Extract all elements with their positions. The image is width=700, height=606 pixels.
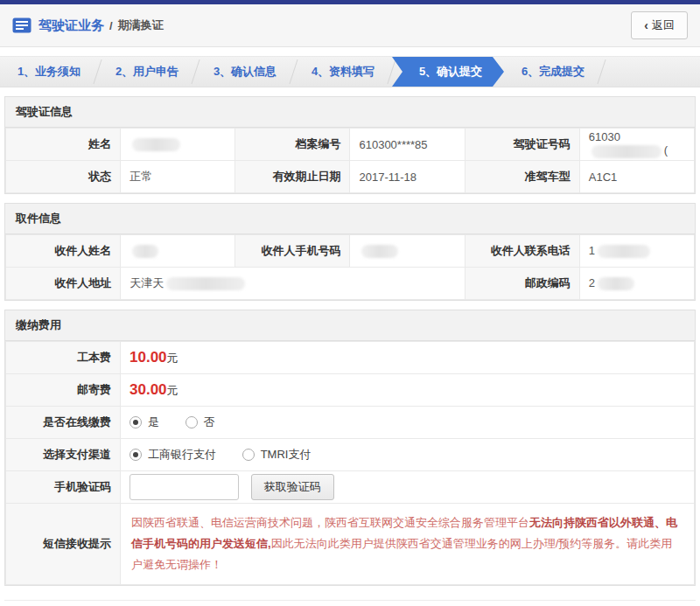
recipient-tel-label: 收件人联系电话 <box>465 235 579 268</box>
back-button-label: 返回 <box>652 17 675 33</box>
payment-fee-table: 工本费 10.00元 邮寄费 30.00元 是否在线缴费 是 <box>5 341 695 585</box>
table-row: 短信接收提示 因陕西省联通、电信运营商技术问题，陕西省互联网交通安全综合服务管理… <box>6 504 695 585</box>
breadcrumb-divider: / <box>109 19 113 32</box>
wizard-steps: 1、业务须知 2、用户申告 3、确认信息 4、资料填写 5、确认提交 6、完成提… <box>0 56 700 87</box>
table-row: 姓名 档案编号 610300****85 驾驶证号码 61030( <box>6 129 695 161</box>
chevron-left-icon: ‹ <box>644 19 648 31</box>
pickup-info-table: 收件人姓名 收件人手机号码 收件人联系电话 1 收件人地址 天津天 邮政编码 2 <box>5 234 695 300</box>
online-pay-no-label: 否 <box>204 414 215 430</box>
redacted-value <box>166 277 245 290</box>
file-number-value: 610300****85 <box>350 129 465 161</box>
payment-fee-section: 缴纳费用 工本费 10.00元 邮寄费 30.00元 是否在线缴费 是 <box>4 310 696 586</box>
postage-fee-label: 邮寄费 <box>6 374 121 407</box>
get-sms-code-button[interactable]: 获取验证码 <box>251 474 334 500</box>
currency-unit: 元 <box>167 352 178 365</box>
step-5-confirm-submit-active: 5、确认提交 <box>392 57 504 87</box>
file-number-label: 档案编号 <box>235 129 350 161</box>
payment-section-title: 缴纳费用 <box>5 310 695 341</box>
pay-channel-label: 选择支付渠道 <box>6 439 121 471</box>
radio-selected-icon[interactable] <box>130 416 142 428</box>
postage-fee-amount: 30.00 <box>130 381 167 398</box>
postage-fee-value: 30.00元 <box>121 374 695 407</box>
recipient-name-value <box>121 235 235 268</box>
expiry-value: 2017-11-18 <box>350 161 465 193</box>
channel-tmri-option[interactable]: TMRI支付 <box>242 447 312 463</box>
redacted-value <box>361 245 398 258</box>
redacted-value <box>598 245 650 258</box>
currency-unit: 元 <box>167 384 178 397</box>
table-row: 状态 正常 有效期止日期 2017-11-18 准驾车型 A1C1 <box>6 161 695 193</box>
channel-icbc-label: 工商银行支付 <box>148 447 216 463</box>
sms-notice-label: 短信接收提示 <box>6 504 121 585</box>
main-content: 驾驶证信息 姓名 档案编号 610300****85 驾驶证号码 61030( … <box>0 87 700 606</box>
recipient-tel-value: 1 <box>579 235 694 268</box>
redacted-value <box>132 245 158 258</box>
table-row: 收件人姓名 收件人手机号码 收件人联系电话 1 <box>6 235 695 268</box>
redacted-value <box>598 277 634 290</box>
license-number-label: 驾驶证号码 <box>465 129 579 161</box>
table-row: 手机验证码 获取验证码 <box>6 471 695 504</box>
online-pay-yes-label: 是 <box>148 414 159 430</box>
online-pay-options: 是 否 <box>121 407 695 439</box>
sms-code-input[interactable] <box>130 474 239 500</box>
pay-channel-options: 工商银行支付 TMRI支付 <box>121 439 695 471</box>
redacted-value <box>132 138 180 151</box>
status-label: 状态 <box>6 161 121 193</box>
license-section-title: 驾驶证信息 <box>5 97 695 128</box>
step-3-confirm-info: 3、确认信息 <box>196 57 294 87</box>
license-business-icon <box>12 17 32 33</box>
step-1-business-notice: 1、业务须知 <box>0 57 98 87</box>
breadcrumb-current: 期满换证 <box>118 17 164 33</box>
postal-code-value: 2 <box>579 268 694 300</box>
name-value <box>121 129 235 161</box>
table-row: 工本费 10.00元 <box>6 342 695 374</box>
table-row: 选择支付渠道 工商银行支付 TMRI支付 <box>6 439 695 471</box>
footer-actions: 上一步 完成 <box>4 600 696 606</box>
sms-code-label: 手机验证码 <box>6 471 121 504</box>
pickup-info-section: 取件信息 收件人姓名 收件人手机号码 收件人联系电话 1 收件人地址 天津天 邮… <box>4 203 696 301</box>
production-fee-value: 10.00元 <box>121 342 695 374</box>
radio-unselected-icon[interactable] <box>242 449 255 461</box>
channel-icbc-option[interactable]: 工商银行支付 <box>130 447 216 463</box>
step-filler <box>602 57 700 87</box>
step-4-fill-materials: 4、资料填写 <box>294 57 392 87</box>
license-info-section: 驾驶证信息 姓名 档案编号 610300****85 驾驶证号码 61030( … <box>4 96 696 194</box>
table-row: 收件人地址 天津天 邮政编码 2 <box>6 268 695 300</box>
production-fee-label: 工本费 <box>6 342 121 374</box>
production-fee-amount: 10.00 <box>130 349 167 366</box>
radio-unselected-icon[interactable] <box>186 416 198 428</box>
back-button[interactable]: ‹ 返回 <box>631 11 688 39</box>
recipient-address-label: 收件人地址 <box>6 268 121 300</box>
recipient-address-value: 天津天 <box>121 268 465 300</box>
online-pay-no-option[interactable]: 否 <box>186 414 215 430</box>
sms-notice-text: 因陕西省联通、电信运营商技术问题，陕西省互联网交通安全综合服务管理平台无法向持陕… <box>121 504 695 585</box>
table-row: 邮寄费 30.00元 <box>6 374 695 407</box>
name-label: 姓名 <box>6 129 121 161</box>
postal-code-label: 邮政编码 <box>465 268 579 300</box>
recipient-mobile-value <box>350 235 465 268</box>
redacted-value <box>592 145 662 158</box>
sms-code-row: 获取验证码 <box>121 471 695 504</box>
pickup-section-title: 取件信息 <box>5 204 695 234</box>
vehicle-class-label: 准驾车型 <box>465 161 579 193</box>
recipient-mobile-label: 收件人手机号码 <box>235 235 350 268</box>
status-value: 正常 <box>121 161 235 193</box>
page-title: 驾驶证业务 <box>38 17 104 34</box>
page-header: 驾驶证业务 / 期满换证 ‹ 返回 <box>0 4 700 47</box>
channel-tmri-label: TMRI支付 <box>261 447 312 463</box>
table-row: 是否在线缴费 是 否 <box>6 407 695 439</box>
step-6-complete-submit: 6、完成提交 <box>504 57 602 87</box>
recipient-name-label: 收件人姓名 <box>6 235 121 268</box>
license-number-value: 61030( <box>579 129 694 161</box>
vehicle-class-value: A1C1 <box>579 161 694 193</box>
radio-selected-icon[interactable] <box>130 449 142 461</box>
license-info-table: 姓名 档案编号 610300****85 驾驶证号码 61030( 状态 正常 … <box>5 128 695 193</box>
online-pay-label: 是否在线缴费 <box>6 407 121 439</box>
step-2-user-declaration: 2、用户申告 <box>98 57 196 87</box>
online-pay-yes-option[interactable]: 是 <box>130 414 159 430</box>
expiry-label: 有效期止日期 <box>235 161 350 193</box>
